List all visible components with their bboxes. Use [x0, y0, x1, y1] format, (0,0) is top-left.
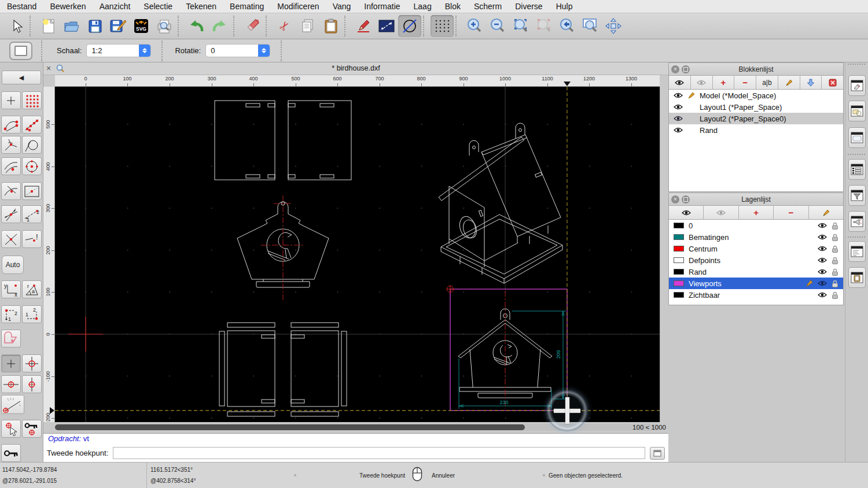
- svg-export-button[interactable]: SVG: [130, 15, 153, 37]
- insert-block-button[interactable]: [800, 76, 822, 89]
- rotation-select[interactable]: 0: [205, 44, 270, 57]
- dock-drag-handle[interactable]: [848, 64, 865, 65]
- command-input[interactable]: [113, 447, 645, 459]
- edit-layer-button[interactable]: [809, 206, 843, 219]
- coordinate-cartesian-button[interactable]: yx: [1, 280, 21, 298]
- show-all-blocks-button[interactable]: [669, 76, 691, 89]
- select-button[interactable]: [5, 15, 28, 37]
- show-all-layers-button[interactable]: [669, 206, 704, 219]
- restrict-horizontal-button[interactable]: [1, 375, 21, 393]
- save-button[interactable]: [83, 15, 106, 37]
- layer-row-rand[interactable]: Rand: [669, 266, 843, 278]
- lock-icon[interactable]: [832, 257, 838, 264]
- zoom-auto-button[interactable]: [509, 15, 532, 37]
- snap-intersection-manual-button[interactable]: 12: [22, 205, 42, 223]
- add-layer-button[interactable]: +: [739, 206, 774, 219]
- snap-on-entity-button[interactable]: [22, 116, 42, 134]
- restrict-vertical-button[interactable]: [22, 375, 42, 393]
- zoom-previous-button[interactable]: [532, 15, 556, 37]
- remove-block-button[interactable]: −: [734, 76, 756, 89]
- layer-row-defpoints[interactable]: Defpoints: [669, 254, 843, 266]
- layer-filter-toggle-button[interactable]: [848, 185, 866, 206]
- block-row-layout2[interactable]: Layout2 (*Paper_Space0): [669, 113, 843, 124]
- eye-icon[interactable]: [818, 280, 827, 286]
- open-button[interactable]: [60, 15, 83, 37]
- snap-target-button[interactable]: [22, 354, 42, 372]
- new-document-button[interactable]: [37, 15, 60, 37]
- delete-eraser-button[interactable]: [241, 15, 264, 37]
- eye-icon[interactable]: [818, 246, 827, 252]
- menu-diverse[interactable]: Diverse: [515, 2, 542, 11]
- draw-pen-button[interactable]: [352, 15, 375, 37]
- eye-icon[interactable]: [818, 269, 827, 275]
- measure-distance-button[interactable]: [375, 15, 398, 37]
- lock-relative-zero-button[interactable]: [22, 420, 42, 438]
- menu-bewerken[interactable]: Bewerken: [50, 2, 86, 11]
- eye-icon[interactable]: [818, 223, 827, 228]
- undo-button[interactable]: [185, 15, 208, 37]
- menu-blok[interactable]: Blok: [445, 2, 461, 11]
- coordinate-polar-button[interactable]: ra: [22, 280, 42, 298]
- snap-grid-button[interactable]: [22, 91, 42, 109]
- rename-block-button[interactable]: a|b: [756, 76, 778, 89]
- menu-tekenen[interactable]: Tekenen: [186, 2, 216, 11]
- snap-free-button[interactable]: [1, 91, 21, 109]
- clipboard-panel-toggle-button[interactable]: [848, 267, 866, 288]
- zoom-in-button[interactable]: [463, 15, 486, 37]
- angle-tool-button[interactable]: [1, 395, 24, 414]
- back-button[interactable]: ◀: [2, 71, 41, 84]
- snap-middle-button[interactable]: [1, 157, 21, 175]
- snap-intersection-button[interactable]: [1, 205, 21, 223]
- menu-modificeren[interactable]: Modificeren: [277, 2, 319, 11]
- restrict-nothing-button[interactable]: [1, 230, 21, 248]
- zoom-back-button[interactable]: [556, 15, 579, 37]
- block-row-rand[interactable]: Rand: [669, 124, 843, 136]
- lock-icon[interactable]: [832, 234, 838, 241]
- block-list-toggle-button[interactable]: [848, 75, 866, 96]
- menu-scherm[interactable]: Scherm: [474, 2, 502, 11]
- paste-button[interactable]: [319, 15, 343, 37]
- lock-icon[interactable]: [832, 245, 838, 253]
- snap-tangent-button[interactable]: [22, 136, 42, 154]
- relative-point-button[interactable]: 12: [1, 305, 21, 323]
- pencil-icon[interactable]: [806, 280, 813, 287]
- add-block-button[interactable]: +: [713, 76, 735, 89]
- drawing-canvas[interactable]: 209 230: [55, 87, 660, 422]
- grid-toggle-button[interactable]: [431, 15, 454, 37]
- eye-icon[interactable]: [818, 234, 827, 240]
- library-browser-toggle-button[interactable]: [848, 127, 866, 148]
- viewport-mode-button[interactable]: [9, 42, 32, 60]
- draw-circle-2-points-button[interactable]: [398, 15, 421, 37]
- vertical-scrollbar-track[interactable]: [660, 87, 668, 422]
- snap-current-button[interactable]: [1, 354, 21, 372]
- absolute-point-button[interactable]: 12: [22, 305, 42, 323]
- hide-all-blocks-button[interactable]: [691, 76, 713, 89]
- block-row-layout1[interactable]: Layout1 (*Paper_Space): [669, 101, 843, 113]
- menu-vang[interactable]: Vang: [333, 2, 351, 11]
- snap-center-button[interactable]: [22, 157, 42, 175]
- set-relative-zero-button[interactable]: [1, 420, 21, 438]
- cut-button[interactable]: ✂: [273, 15, 296, 37]
- layer-row-viewports[interactable]: Viewports: [669, 278, 843, 289]
- save-as-button[interactable]: [106, 15, 130, 37]
- menu-bemating[interactable]: Bemating: [230, 2, 264, 11]
- remove-layer-button[interactable]: −: [774, 206, 808, 219]
- edit-block-button[interactable]: [778, 76, 800, 89]
- snap-nearest-button[interactable]: [1, 182, 21, 200]
- snap-perpendicular-button[interactable]: [1, 136, 21, 154]
- block-row-model[interactable]: Model (*Model_Space): [669, 90, 843, 101]
- scale-select[interactable]: 1:2: [86, 44, 151, 57]
- menu-selectie[interactable]: Selectie: [144, 2, 172, 11]
- lock-icon[interactable]: [832, 222, 838, 230]
- delete-block-button[interactable]: [822, 76, 843, 89]
- copy-button[interactable]: [296, 15, 319, 37]
- layer-list-toggle-button[interactable]: [848, 159, 866, 180]
- snap-distance-button[interactable]: [22, 182, 42, 200]
- zoom-out-button[interactable]: [486, 15, 509, 37]
- menu-hulp[interactable]: Hulp: [556, 2, 573, 11]
- menu-laag[interactable]: Laag: [414, 2, 432, 11]
- menu-aanzicht[interactable]: Aanzicht: [100, 2, 131, 11]
- command-detach-button[interactable]: [650, 447, 665, 460]
- hide-all-layers-button[interactable]: [704, 206, 738, 219]
- command-line-toggle-button[interactable]: [848, 241, 866, 262]
